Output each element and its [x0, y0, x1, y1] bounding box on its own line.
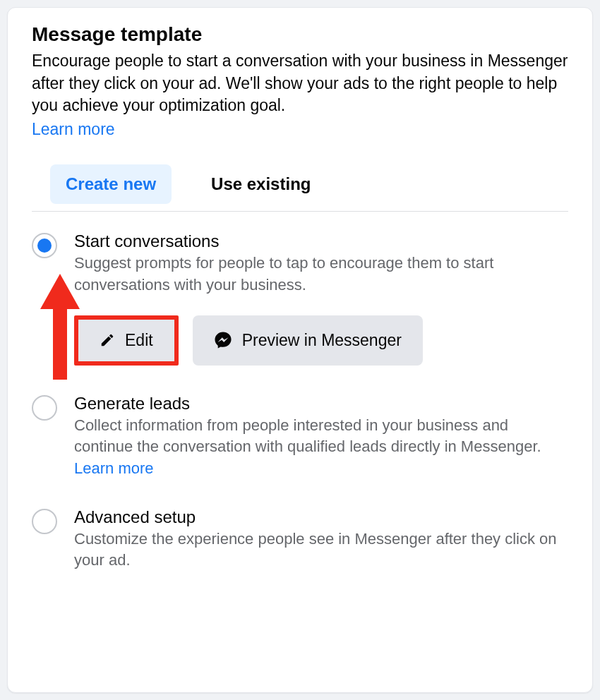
- edit-button[interactable]: Edit: [78, 320, 174, 361]
- edit-button-label: Edit: [125, 331, 153, 350]
- tab-create-new[interactable]: Create new: [50, 164, 172, 204]
- advanced-setup-title: Advanced setup: [74, 507, 568, 527]
- learn-more-link[interactable]: Learn more: [32, 120, 115, 138]
- generate-leads-radio[interactable]: [32, 395, 57, 421]
- option-generate-leads: Generate leads Collect information from …: [32, 394, 568, 479]
- advanced-setup-desc: Customize the experience people see in M…: [74, 529, 568, 572]
- message-template-card: Message template Encourage people to sta…: [7, 7, 593, 693]
- start-conversations-buttons: Edit Preview in Messenger: [74, 315, 568, 366]
- generate-leads-desc: Collect information from people interest…: [74, 415, 568, 479]
- generate-leads-learn-more-link[interactable]: Learn more: [74, 459, 154, 477]
- section-description: Encourage people to start a conversation…: [32, 50, 568, 117]
- advanced-setup-radio[interactable]: [32, 509, 57, 534]
- preview-button-label: Preview in Messenger: [242, 331, 402, 350]
- start-conversations-title: Start conversations: [74, 231, 568, 251]
- template-options: Start conversations Suggest prompts for …: [32, 231, 568, 572]
- option-advanced-setup: Advanced setup Customize the experience …: [32, 507, 568, 572]
- section-title: Message template: [32, 23, 568, 46]
- pencil-icon: [100, 332, 115, 348]
- option-start-conversations: Start conversations Suggest prompts for …: [32, 231, 568, 366]
- template-tabs: Create new Use existing: [32, 164, 568, 212]
- annotation-highlight: Edit: [74, 315, 179, 366]
- tab-use-existing[interactable]: Use existing: [196, 164, 326, 204]
- messenger-icon: [214, 331, 232, 349]
- start-conversations-radio[interactable]: [32, 233, 57, 258]
- generate-leads-title: Generate leads: [74, 394, 568, 414]
- start-conversations-desc: Suggest prompts for people to tap to enc…: [74, 253, 568, 296]
- preview-button[interactable]: Preview in Messenger: [193, 315, 423, 366]
